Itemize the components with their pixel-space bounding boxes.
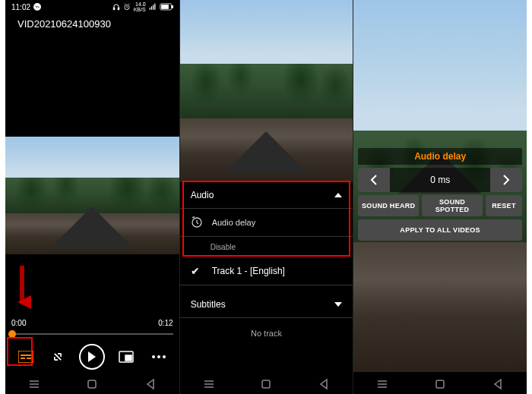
- nav-recent-icon[interactable]: [28, 378, 40, 390]
- battery-icon: [160, 3, 173, 11]
- svg-rect-1: [113, 8, 115, 10]
- time-total: 0:12: [158, 319, 173, 327]
- delay-value: 0 ms: [390, 168, 490, 192]
- resize-button[interactable]: [116, 346, 137, 367]
- svg-rect-13: [21, 358, 25, 359]
- time-current: 0:00: [11, 319, 26, 327]
- apply-all-button[interactable]: APPLY TO ALL VIDEOS: [358, 219, 522, 241]
- delay-increase-button[interactable]: [490, 168, 522, 192]
- disable-row[interactable]: Disable: [180, 237, 353, 257]
- track-row[interactable]: ✔ Track 1 - [English]: [180, 257, 353, 285]
- video-frame: [180, 0, 353, 182]
- overlay-title: Audio delay: [358, 148, 522, 165]
- status-bar: 11:02 14.0KB/S: [5, 0, 179, 14]
- nav-back-icon[interactable]: [144, 378, 157, 390]
- nav-recent-icon[interactable]: [376, 378, 388, 390]
- no-track-label: No track: [180, 318, 353, 348]
- system-nav: [5, 374, 179, 394]
- chevron-down-icon: [334, 302, 342, 307]
- svg-rect-14: [27, 358, 31, 359]
- time-row: 0:00 0:12: [11, 319, 173, 327]
- nav-back-icon[interactable]: [318, 378, 330, 390]
- subtitles-header-label: Subtitles: [191, 299, 226, 310]
- more-button[interactable]: [148, 346, 169, 367]
- reset-button[interactable]: RESET: [486, 195, 522, 216]
- annotation-arrow: [13, 264, 31, 310]
- messenger-icon: [33, 3, 41, 11]
- nav-recent-icon[interactable]: [203, 378, 215, 390]
- play-button[interactable]: [79, 344, 105, 370]
- svg-point-18: [152, 355, 155, 358]
- sound-spotted-button[interactable]: SOUND SPOTTED: [422, 195, 483, 216]
- tracks-button[interactable]: [15, 346, 36, 367]
- svg-rect-24: [88, 380, 96, 388]
- nav-back-icon[interactable]: [492, 378, 504, 390]
- nav-home-icon[interactable]: [260, 378, 272, 390]
- check-icon: ✔: [191, 265, 203, 277]
- svg-rect-10: [161, 5, 168, 8]
- svg-rect-33: [436, 380, 444, 388]
- delay-icon: [191, 216, 203, 229]
- svg-rect-4: [149, 8, 150, 10]
- nav-home-icon[interactable]: [86, 378, 98, 390]
- video-title: VID20210624100930: [17, 18, 172, 30]
- signal-icon: [149, 3, 157, 11]
- video-frame[interactable]: [5, 137, 179, 254]
- delay-decrease-button[interactable]: [358, 168, 390, 192]
- seek-bar[interactable]: [11, 329, 173, 339]
- audio-delay-row[interactable]: Audio delay: [180, 209, 353, 237]
- svg-point-20: [163, 355, 166, 358]
- audio-section-header[interactable]: Audio: [180, 182, 353, 209]
- svg-point-19: [157, 355, 160, 358]
- subtitles-section-header[interactable]: Subtitles: [180, 292, 353, 318]
- track-label: Track 1 - [English]: [212, 266, 285, 276]
- status-time: 11:02: [11, 3, 30, 11]
- chevron-up-icon: [334, 193, 342, 197]
- system-nav: [353, 374, 527, 394]
- seek-thumb[interactable]: [8, 330, 16, 338]
- net-kbps: 14.0KB/S: [134, 2, 146, 12]
- sound-heard-button[interactable]: SOUND HEARD: [358, 195, 419, 216]
- audio-header-label: Audio: [191, 190, 214, 200]
- alarm-icon: [123, 3, 131, 11]
- svg-rect-7: [154, 4, 155, 10]
- svg-rect-15: [21, 355, 31, 356]
- system-nav: [180, 374, 353, 394]
- svg-rect-29: [262, 380, 270, 388]
- svg-rect-9: [172, 5, 173, 8]
- pane-player: 11:02 14.0KB/S: [5, 0, 179, 394]
- audio-delay-label: Audio delay: [212, 218, 256, 227]
- audio-delay-overlay: Audio delay 0 ms SOUND HEARD SOUND SPOTT…: [358, 148, 522, 241]
- player-controls: [5, 340, 179, 374]
- headphone-icon: [112, 3, 120, 11]
- pane-audio-delay: Audio delay 0 ms SOUND HEARD SOUND SPOTT…: [353, 0, 527, 394]
- svg-rect-6: [153, 5, 154, 10]
- svg-rect-12: [18, 351, 33, 363]
- tracks-sheet: Audio Audio delay Disable ✔ Track 1 - [E…: [180, 182, 353, 374]
- svg-rect-5: [150, 6, 151, 9]
- svg-rect-17: [125, 355, 131, 361]
- nav-home-icon[interactable]: [434, 378, 446, 390]
- svg-rect-2: [118, 8, 119, 10]
- loop-button[interactable]: [47, 346, 68, 367]
- pane-tracks-sheet: Audio Audio delay Disable ✔ Track 1 - [E…: [179, 0, 353, 394]
- delay-stepper: 0 ms: [358, 168, 522, 192]
